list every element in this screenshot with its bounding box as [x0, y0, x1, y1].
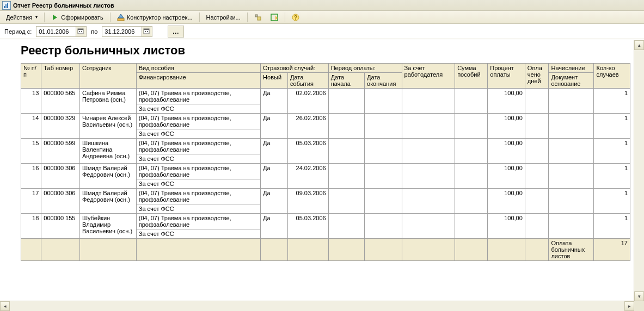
calendar-button-to[interactable] — [142, 27, 152, 36]
cell-date-start — [328, 214, 364, 239]
run-button-label: Сформировать — [61, 14, 103, 21]
constructor-icon — [117, 14, 125, 21]
cell-date-start — [328, 89, 364, 114]
date-to-input[interactable] — [102, 27, 142, 36]
footer-blank — [365, 239, 402, 261]
vertical-scrollbar[interactable]: ▴ ▾ — [634, 40, 644, 301]
horizontal-scrollbar[interactable]: ◂ ▸ — [0, 301, 634, 311]
cell-doc-basis — [549, 114, 594, 139]
calendar-button-from[interactable] — [76, 27, 86, 36]
scroll-left-button[interactable]: ◂ — [0, 301, 10, 311]
separator — [110, 13, 111, 22]
col-paid-days: Опла чено дней — [525, 64, 549, 89]
dropdown-arrow-icon: ▾ — [35, 15, 38, 20]
report-inner: Реестр больничных листов № п — [21, 43, 630, 283]
col-employee: Сотрудник — [79, 64, 136, 89]
cell-at-employer — [402, 189, 455, 214]
cell-financing: За счет ФСС — [136, 204, 260, 214]
tool-button-1[interactable] — [250, 11, 266, 23]
cell-date-start — [328, 114, 364, 139]
table-row[interactable]: 13000000 565Сафина Римма Петровна (осн.)… — [21, 89, 630, 104]
settings-button[interactable]: Настройки... — [203, 11, 244, 23]
report-area: Реестр больничных листов № п — [0, 40, 644, 311]
scroll-corner — [634, 301, 644, 311]
cell-doc-basis — [549, 164, 594, 189]
cell-date-end — [365, 214, 402, 239]
tool-button-2[interactable] — [267, 11, 282, 23]
run-button[interactable]: Сформировать — [47, 11, 107, 23]
scroll-down-button[interactable]: ▾ — [634, 291, 644, 301]
cell-paid-days — [525, 139, 549, 164]
cell-new: Да — [261, 164, 288, 189]
separator — [285, 13, 285, 22]
cell-event-date: 02.02.2006 — [287, 89, 328, 114]
table-row[interactable]: 15000000 599Шишкина Валентина Андреевна … — [21, 139, 630, 154]
footer-blank — [261, 239, 288, 261]
svg-rect-17 — [144, 29, 149, 30]
scroll-up-button[interactable]: ▴ — [634, 40, 644, 50]
cell-pay-percent: 100,00 — [488, 189, 525, 214]
table-row[interactable]: 18000000 155Шубейкин Владимир Васильевич… — [21, 214, 630, 229]
help-button[interactable]: ? — [288, 11, 303, 23]
footer-blank — [455, 239, 488, 261]
date-from-field[interactable] — [36, 26, 87, 37]
col-count: Кол-во случаев — [594, 64, 630, 89]
footer-blank — [41, 239, 80, 261]
cell-count: 1 — [594, 214, 630, 239]
cell-date-end — [365, 189, 402, 214]
date-to-field[interactable] — [102, 26, 152, 37]
cell-paid-days — [525, 114, 549, 139]
cell-paid-days — [525, 164, 549, 189]
cell-date-end — [365, 164, 402, 189]
cell-count: 1 — [594, 89, 630, 114]
constructor-button[interactable]: Конструктор настроек... — [113, 11, 197, 23]
table-footer-row: Оплата больничных листов17 — [21, 239, 630, 261]
cell-tab-no: 000000 306 — [41, 189, 80, 214]
cell-new: Да — [261, 214, 288, 239]
cell-financing: За счет ФСС — [136, 179, 260, 189]
footer-blank — [402, 239, 455, 261]
cell-financing: За счет ФСС — [136, 104, 260, 114]
actions-menu[interactable]: Действия ▾ — [2, 11, 41, 23]
svg-rect-15 — [81, 31, 82, 32]
table-row[interactable]: 17000000 306Шмидт Валерий Федорович (осн… — [21, 189, 630, 204]
cell-benefit-sum — [455, 164, 488, 189]
col-benefit-type: Вид пособия — [136, 64, 260, 73]
cell-doc-basis — [549, 139, 594, 164]
cell-paid-days — [525, 214, 549, 239]
cell-count: 1 — [594, 114, 630, 139]
footer-blank — [328, 239, 364, 261]
footer-count: 17 — [594, 239, 630, 261]
svg-text:?: ? — [294, 15, 297, 21]
scroll-right-button[interactable]: ▸ — [624, 301, 634, 311]
date-from-input[interactable] — [36, 27, 76, 36]
cell-num: 14 — [21, 114, 41, 139]
svg-marker-5 — [118, 14, 124, 18]
separator — [44, 13, 45, 22]
period-dialog-button[interactable]: ... — [168, 26, 184, 38]
col-num: № п/п — [21, 64, 41, 89]
cell-pay-percent: 100,00 — [488, 214, 525, 239]
cell-employee: Сафина Римма Петровна (осн.) — [79, 89, 136, 114]
footer-blank — [525, 239, 549, 261]
report-table-header: № п/п Таб номер Сотрудник Вид пособия Ст… — [21, 64, 630, 89]
col-tab-no: Таб номер — [41, 64, 80, 89]
cell-pay-percent: 100,00 — [488, 89, 525, 114]
cell-num: 17 — [21, 189, 41, 214]
cell-doc-basis — [549, 214, 594, 239]
cell-financing: За счет ФСС — [136, 154, 260, 164]
footer-blank — [488, 239, 525, 261]
cell-date-end — [365, 139, 402, 164]
cell-tab-no: 000000 306 — [41, 164, 80, 189]
svg-rect-4 — [118, 18, 124, 21]
table-row[interactable]: 16000000 306Шмидт Валерий Федорович (осн… — [21, 164, 630, 179]
cell-new: Да — [261, 139, 288, 164]
cell-event-date: 09.03.2006 — [287, 189, 328, 214]
table-row[interactable]: 14000000 329Чинарев Алексей Васильевич (… — [21, 114, 630, 129]
svg-rect-7 — [257, 17, 261, 20]
col-new: Новый — [261, 73, 288, 89]
ellipsis-label: ... — [173, 28, 179, 35]
col-at-employer: За счет работодателя — [402, 64, 455, 89]
cell-event-date: 26.02.2006 — [287, 114, 328, 139]
svg-rect-19 — [147, 31, 148, 32]
